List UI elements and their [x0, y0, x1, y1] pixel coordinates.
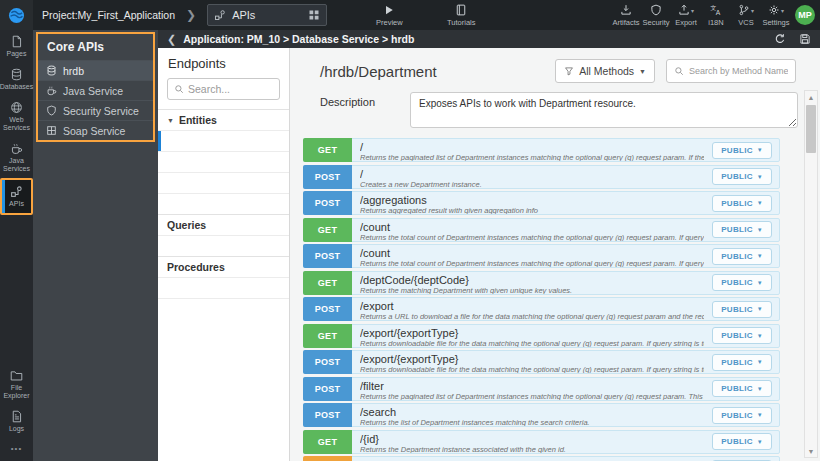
api-method-row[interactable]: POST /search Returns the list of Departm… [303, 403, 780, 427]
scroll-up-arrow[interactable]: ▲ [805, 91, 817, 103]
access-level-dropdown[interactable]: PUBLIC ▼ [712, 407, 772, 424]
endpoints-section-header[interactable]: ▼ Entities [158, 109, 289, 130]
http-method-badge: POST [303, 244, 352, 268]
app-logo[interactable] [0, 0, 33, 30]
sidebar-item-logs[interactable]: Logs [0, 405, 33, 438]
core-api-item-security-service[interactable]: Security Service [38, 100, 153, 120]
http-method-badge: POST [303, 191, 352, 215]
endpoints-section-header[interactable]: Procedures [158, 256, 289, 277]
wavemaker-logo-icon [7, 6, 26, 25]
user-avatar[interactable]: MP [795, 5, 815, 25]
access-level-dropdown[interactable]: PUBLIC ▼ [712, 433, 772, 450]
core-api-item-soap-service[interactable]: Soap Service [38, 120, 153, 140]
endpoints-title: Endpoints [158, 48, 289, 78]
sidebar-item-file-explorer[interactable]: File Explorer [0, 364, 33, 405]
access-level-dropdown[interactable]: PUBLIC ▼ [712, 274, 772, 291]
access-level-dropdown[interactable]: PUBLIC ▼ [712, 142, 772, 159]
play-icon [383, 4, 395, 16]
api-path: /deptCode/{deptCode} [360, 274, 704, 286]
api-method-row[interactable]: GET /deptCode/{deptCode} Returns the mat… [303, 271, 780, 295]
sidebar-item-java-services[interactable]: Java Services [0, 137, 33, 178]
refresh-icon[interactable] [774, 33, 786, 45]
api-method-row[interactable]: GET /count Returns the total count of De… [303, 218, 780, 242]
access-level-dropdown[interactable]: PUBLIC ▼ [712, 380, 772, 397]
api-method-row[interactable]: POST /export/{exportType} Returns downlo… [303, 350, 780, 374]
vcs-button[interactable]: ▾ VCS [731, 4, 761, 27]
api-method-row[interactable]: POST /export Returns a URL to download a… [303, 297, 780, 321]
api-path: /filter [360, 380, 704, 392]
access-level-dropdown[interactable]: PUBLIC ▼ [712, 327, 772, 344]
endpoint-item-vacation[interactable] [158, 193, 289, 214]
save-icon[interactable] [799, 33, 811, 45]
file-explorer-folder-icon [10, 369, 23, 382]
tutorials-button[interactable]: Tutorials [447, 4, 475, 27]
api-method-row[interactable]: POST /aggregations Returns aggregated re… [303, 191, 780, 215]
endpoints-search-input[interactable] [188, 83, 273, 95]
core-api-item-hrdb[interactable]: hrdb [38, 60, 153, 80]
export-upload-icon [678, 4, 690, 16]
http-method-badge: GET [303, 324, 352, 348]
http-method-badge: POST [303, 297, 352, 321]
chevron-right-icon: ❯ [186, 8, 196, 22]
api-path: /aggregations [360, 194, 704, 206]
sidebar-item-apis[interactable]: APIs [0, 178, 33, 215]
endpoints-search-box[interactable] [167, 78, 280, 100]
sidebar-item-pages[interactable]: Pages [0, 30, 33, 63]
http-method-badge: GET [303, 218, 352, 242]
api-method-row[interactable]: GET / Returns the paginated list of Depa… [303, 138, 780, 162]
database-icon [46, 65, 57, 76]
i18n-button[interactable]: 文A i18N [701, 4, 731, 27]
core-api-item-java-service[interactable]: Java Service [38, 80, 153, 100]
api-method-row[interactable]: GET /export/{exportType} Returns downloa… [303, 324, 780, 348]
endpoints-panel: Endpoints ▼ Entities Queries Procedures [158, 48, 290, 461]
api-description: Returns the total count of Department in… [360, 233, 704, 241]
endpoint-item-user[interactable] [158, 172, 289, 193]
http-method-badge: GET [303, 430, 352, 454]
api-method-row[interactable]: PUT PUBLIC ▼ [303, 456, 780, 461]
chevron-down-icon: ▼ [757, 147, 763, 153]
endpoint-item-department[interactable] [158, 130, 289, 151]
sidebar-item-databases[interactable]: Databases [0, 63, 33, 96]
api-method-row[interactable]: POST /count Returns the total count of D… [303, 244, 780, 268]
http-method-badge: GET [303, 271, 352, 295]
chevron-down-icon: ▼ [757, 227, 763, 233]
access-level-dropdown[interactable]: PUBLIC ▼ [712, 221, 772, 238]
scroll-down-arrow[interactable]: ▼ [805, 445, 817, 457]
method-search-box[interactable] [666, 59, 796, 83]
collapse-chevron-icon[interactable]: ❮ [167, 34, 176, 45]
http-method-badge: POST [303, 403, 352, 427]
api-method-row[interactable]: POST / Creates a new Department instance… [303, 165, 780, 189]
artifacts-button[interactable]: Artifacts [611, 4, 641, 27]
methods-filter-dropdown[interactable]: All Methods ▼ [555, 59, 655, 83]
settings-button[interactable]: ▾ Settings [761, 4, 791, 27]
api-description: Creates a new Department instance. [360, 180, 704, 188]
endpoints-section-header[interactable]: Queries [158, 214, 289, 235]
export-button[interactable]: ▾ Export [671, 4, 701, 27]
more-options-ellipsis-icon[interactable]: ••• [0, 438, 33, 461]
preview-button[interactable]: Preview [376, 4, 403, 27]
api-path: / [360, 141, 704, 153]
api-method-row[interactable]: GET /{id} Returns the Department instanc… [303, 430, 780, 454]
endpoint-item-procedureexecution[interactable] [158, 277, 289, 298]
module-selector-dropdown[interactable]: APIs [207, 4, 327, 26]
scrollbar-thumb[interactable] [806, 105, 816, 153]
sidebar-item-web-services[interactable]: Web Services [0, 96, 33, 137]
i18n-translate-icon: 文A [710, 4, 722, 16]
vertical-scrollbar[interactable]: ▲ ▼ [804, 90, 818, 458]
method-search-input[interactable] [689, 66, 788, 76]
access-level-dropdown[interactable]: PUBLIC ▼ [712, 195, 772, 212]
endpoint-item-employee[interactable] [158, 151, 289, 172]
endpoints-section-queries: Queries [158, 214, 289, 256]
access-level-dropdown[interactable]: PUBLIC ▼ [712, 301, 772, 318]
security-shield-icon [650, 4, 662, 16]
access-level-dropdown[interactable]: PUBLIC ▼ [712, 354, 772, 371]
api-method-row[interactable]: POST /filter Returns the paginated list … [303, 377, 780, 401]
api-description: Returns the paginated list of Department… [360, 153, 704, 161]
endpoint-item-queryexecution[interactable] [158, 235, 289, 256]
access-level-dropdown[interactable]: PUBLIC ▼ [712, 168, 772, 185]
artifacts-download-icon [620, 4, 632, 16]
security-button[interactable]: Security [641, 4, 671, 27]
access-level-dropdown[interactable]: PUBLIC ▼ [712, 248, 772, 265]
api-path: /count [360, 247, 704, 259]
description-input[interactable]: Exposes APIs to work with Department res… [410, 92, 798, 128]
